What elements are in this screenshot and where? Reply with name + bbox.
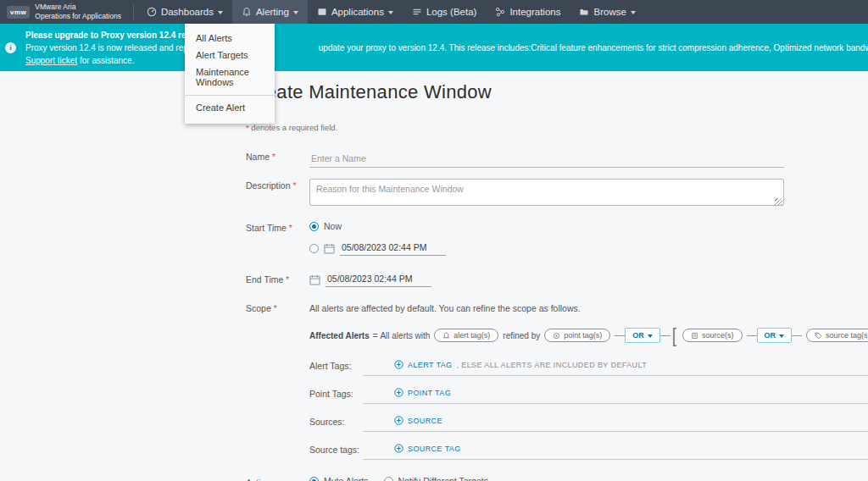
alert-bell-icon: [242, 7, 252, 17]
support-ticket-link[interactable]: Support ticket: [25, 56, 77, 65]
add-circle-icon[interactable]: [394, 416, 403, 425]
alert-tags-value: ALERT TAG , ELSE ALL ALERTS ARE INCLUDED…: [363, 358, 868, 376]
all-alerts-with-text: All alerts with: [380, 331, 430, 340]
add-point-tag-link[interactable]: POINT TAG: [408, 389, 451, 397]
alert-tags-pill[interactable]: alert tag(s): [434, 329, 498, 342]
sources-pill[interactable]: source(s): [682, 329, 743, 342]
start-date-option: [309, 241, 784, 256]
action-row: Action Mute Alerts Notify Different Targ…: [246, 476, 784, 481]
add-circle-icon[interactable]: [394, 444, 403, 453]
end-date-input[interactable]: [326, 273, 431, 287]
proxy-upgrade-banner: i Please upgrade to Proxy version 12.4 r…: [0, 24, 868, 71]
end-time-label-text: End Time: [246, 274, 283, 285]
banner-link-suffix: for assistance.: [77, 56, 134, 65]
point-tags-pill-label: point tag(s): [564, 331, 602, 340]
logs-icon: [412, 7, 422, 17]
required-star: *: [289, 223, 292, 233]
nav-item-applications[interactable]: Applications: [308, 0, 403, 24]
affected-alerts-label: Affected Alerts: [309, 331, 370, 340]
nav-item-alerting[interactable]: Alerting: [232, 0, 308, 24]
nav-item-label: Applications: [331, 7, 384, 17]
dashboard-icon: [147, 7, 157, 17]
name-input[interactable]: [309, 152, 784, 168]
start-now-option: Now: [309, 221, 784, 231]
action-options: Mute Alerts Notify Different Targets: [309, 476, 784, 481]
calendar-icon[interactable]: [324, 243, 335, 254]
nav-item-logs[interactable]: Logs (Beta): [403, 0, 486, 24]
point-tags-value: POINT TAG: [363, 386, 868, 404]
calendar-icon[interactable]: [309, 274, 320, 285]
add-circle-icon[interactable]: [394, 360, 403, 369]
required-star: *: [272, 152, 275, 162]
or-label: OR: [632, 331, 644, 340]
add-source-tag-link[interactable]: SOURCE TAG: [408, 445, 461, 453]
refined-by-text: refined by: [503, 331, 540, 340]
source-icon: [691, 332, 698, 340]
or-dropdown-1[interactable]: OR: [625, 328, 660, 343]
menu-item-create-alert[interactable]: Create Alert: [185, 99, 275, 116]
nav-item-label: Dashboards: [161, 7, 214, 17]
scope-row: Scope * All alerts are affected by defau…: [246, 301, 784, 460]
point-tags-label: Point Tags:: [309, 386, 363, 404]
end-date-control: [309, 273, 784, 287]
nav-item-label: Alerting: [256, 7, 289, 17]
required-star: *: [292, 180, 296, 191]
resize-handle[interactable]: [775, 198, 782, 206]
main-content: Create Maintenance Window * denotes a re…: [0, 71, 868, 481]
alert-tag-default-note: , ELSE ALL ALERTS ARE INCLUDED BY DEFAUL…: [456, 361, 647, 369]
start-date-input[interactable]: [340, 241, 446, 256]
add-source-link[interactable]: SOURCE: [408, 417, 442, 425]
source-tags-value: SOURCE TAG: [363, 442, 868, 460]
required-star: *: [286, 274, 289, 285]
name-row: Name *: [246, 150, 784, 168]
start-time-row: Start Time * Now: [246, 221, 784, 256]
vmware-logo: vmw: [7, 6, 30, 19]
point-icon: [553, 332, 560, 340]
tag-icon: [815, 332, 822, 340]
chevron-down-icon: [218, 11, 223, 14]
scope-description: All alerts are affected by default. You …: [309, 301, 868, 313]
source-tags-pill[interactable]: source tag(s): [806, 329, 868, 342]
alert-tags-pill-label: alert tag(s): [453, 331, 490, 340]
add-alert-tag-link[interactable]: ALERT TAG: [408, 361, 452, 369]
menu-item-alert-targets[interactable]: Alert Targets: [185, 47, 275, 64]
menu-item-maintenance-windows[interactable]: Maintenance Windows: [185, 64, 275, 91]
nav-item-integrations[interactable]: Integrations: [486, 0, 570, 24]
notify-targets-radio[interactable]: [384, 477, 393, 481]
info-icon: i: [5, 42, 16, 53]
chevron-down-icon: [779, 334, 784, 338]
top-nav: vmw VMware Aria Operations for Applicati…: [0, 0, 868, 24]
description-label: Description *: [246, 179, 309, 209]
menu-item-all-alerts[interactable]: All Alerts: [185, 30, 275, 47]
scope-label-text: Scope: [246, 303, 271, 313]
connector-line: [747, 335, 757, 336]
point-tags-pill[interactable]: point tag(s): [544, 329, 610, 342]
or-dropdown-2[interactable]: OR: [757, 328, 793, 343]
chevron-down-icon: [631, 11, 636, 14]
sources-label: Sources:: [309, 414, 363, 432]
chevron-down-icon: [293, 11, 298, 14]
connector-line: [792, 335, 802, 336]
nav-item-browse[interactable]: Browse: [570, 0, 644, 24]
brand[interactable]: vmw VMware Aria Operations for Applicati…: [0, 0, 130, 24]
folder-icon: [579, 7, 589, 17]
start-now-label: Now: [324, 221, 342, 231]
scope-label: Scope *: [246, 301, 309, 460]
start-date-radio[interactable]: [309, 244, 319, 253]
nav-item-label: Browse: [593, 7, 626, 17]
name-label: Name *: [246, 150, 309, 168]
or-label: OR: [765, 331, 776, 340]
nav-item-dashboards[interactable]: Dashboards: [137, 0, 232, 24]
required-star: *: [274, 303, 277, 313]
nav-divider: [133, 4, 134, 19]
banner-text: Please upgrade to Proxy version 12.4 rel…: [25, 29, 868, 67]
sources-row: Sources: SOURCE: [309, 414, 868, 432]
mute-alerts-radio[interactable]: [309, 477, 319, 481]
description-textarea[interactable]: [309, 179, 784, 206]
menu-divider: [185, 95, 275, 96]
add-circle-icon[interactable]: [394, 388, 403, 397]
product-line2: Operations for Applications: [35, 12, 121, 20]
end-time-label: End Time *: [246, 273, 309, 287]
notify-targets-label: Notify Different Targets: [398, 476, 488, 481]
start-now-radio[interactable]: [309, 222, 319, 231]
